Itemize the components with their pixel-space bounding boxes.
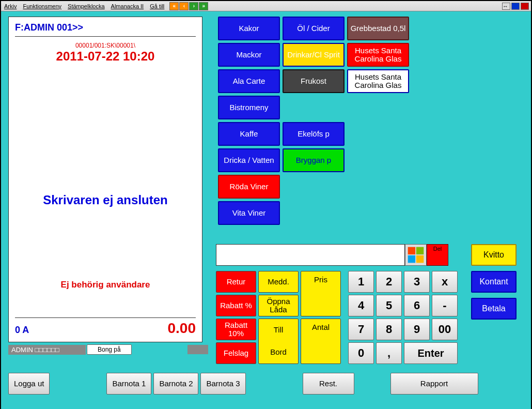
category-button[interactable]: Frukost <box>283 69 345 93</box>
rabatt-pct-button[interactable]: Rabatt % <box>216 295 256 316</box>
category-button[interactable]: Kakor <box>218 17 280 40</box>
status-indicator <box>187 345 208 354</box>
barnota-1-button[interactable]: Barnota 1 <box>106 373 151 395</box>
nav-prev-icon[interactable]: ‹ <box>179 2 189 10</box>
category-button[interactable]: Dricka / Vatten <box>218 148 280 172</box>
barnota-2-button[interactable]: Barnota 2 <box>153 373 198 395</box>
printer-warning: Skrivaren ej ansluten <box>15 193 196 207</box>
menu-arkiv[interactable]: Arkiv <box>1 2 20 10</box>
felslag-button[interactable]: Felslag <box>216 342 256 364</box>
receipt-datetime: 2011-07-22 10:20 <box>15 49 196 64</box>
svg-rect-1 <box>416 247 424 254</box>
category-button[interactable]: Kaffe <box>218 122 280 146</box>
betala-button[interactable]: Betala <box>471 298 517 320</box>
key-2[interactable]: 2 <box>376 271 402 293</box>
bong-button[interactable]: Bong på <box>87 344 132 355</box>
key-4[interactable]: 4 <box>348 295 374 316</box>
key-enter[interactable]: Enter <box>404 342 458 364</box>
category-button[interactable]: Husets Santa Carolina Glas <box>347 43 409 67</box>
category-button[interactable]: Öl / Cider <box>283 17 345 40</box>
window-resize-icon[interactable]: ↔ <box>502 3 510 10</box>
pris-button[interactable]: Pris <box>301 271 341 316</box>
receipt-code: 00001/001:SK\00001\ <box>15 42 196 49</box>
category-button[interactable]: Husets Santa Carolina Glas <box>347 69 409 93</box>
menu-stampelklocka[interactable]: Stämpelklocka <box>65 2 108 10</box>
oppna-lada-button[interactable]: Öppna Låda <box>258 295 299 316</box>
logga-ut-button[interactable]: Logga ut <box>8 373 50 395</box>
key-0[interactable]: 0 <box>348 342 374 364</box>
auth-warning: Ej behörig användare <box>15 280 196 290</box>
category-grid: KakorÖl / CiderGrebbestad 0,5lMackorDrin… <box>218 17 409 225</box>
till-label: Till <box>274 326 284 335</box>
rapport-button[interactable]: Rapport <box>390 373 478 395</box>
kvitto-button[interactable]: Kvitto <box>471 244 517 266</box>
key-5[interactable]: 5 <box>376 295 402 316</box>
category-button[interactable]: Bistromeny <box>218 96 280 119</box>
category-button[interactable]: Röda Viner <box>218 175 280 199</box>
receipt-title: F:ADMIN 001>> <box>15 22 196 33</box>
key-9[interactable]: 9 <box>404 319 430 340</box>
key-3[interactable]: 3 <box>404 271 430 293</box>
menu-gatill[interactable]: Gå till <box>147 2 167 10</box>
receipt-panel: F:ADMIN 001>> 00001/001:SK\00001\ 2011-0… <box>8 17 202 342</box>
key-1[interactable]: 1 <box>348 271 374 293</box>
key-7[interactable]: 7 <box>348 319 374 340</box>
menu-almanacka[interactable]: Almanacka II <box>108 2 147 10</box>
key-x[interactable]: x <box>432 271 458 293</box>
key-00[interactable]: 00 <box>432 319 458 340</box>
rest-button[interactable]: Rest. <box>303 373 354 395</box>
svg-rect-3 <box>416 255 424 263</box>
admin-badge: ADMIN □□□□□□ <box>8 345 86 355</box>
rabatt-10-button[interactable]: Rabatt 10% <box>216 319 256 340</box>
category-button[interactable]: Bryggan p <box>283 148 345 172</box>
menu-funktionsmeny[interactable]: Funktionsmeny <box>20 2 65 10</box>
category-button[interactable]: Drinkar/Cl Sprit <box>283 43 345 67</box>
category-button[interactable]: Mackor <box>218 43 280 67</box>
svg-rect-2 <box>408 255 415 263</box>
windows-icon[interactable] <box>405 244 427 266</box>
category-button[interactable]: Grebbestad 0,5l <box>347 17 409 40</box>
key-,[interactable]: , <box>376 342 402 364</box>
text-input[interactable] <box>216 244 405 266</box>
key--[interactable]: - <box>432 295 458 316</box>
svg-rect-0 <box>408 247 415 254</box>
receipt-footer-left: 0 A <box>15 325 29 336</box>
category-button[interactable]: Vita Viner <box>218 201 280 225</box>
key-8[interactable]: 8 <box>376 319 402 340</box>
window-close-icon[interactable] <box>521 3 529 10</box>
nav-next-icon[interactable]: › <box>189 2 198 10</box>
window-minimize-icon[interactable] <box>511 3 520 10</box>
medd-button[interactable]: Medd. <box>258 271 299 293</box>
retur-button[interactable]: Retur <box>216 271 256 293</box>
kontant-button[interactable]: Kontant <box>471 271 517 293</box>
key-6[interactable]: 6 <box>404 295 430 316</box>
nav-last-icon[interactable]: » <box>199 2 208 10</box>
till-bord-button[interactable]: Till Bord <box>258 319 299 364</box>
del-button[interactable]: Del <box>427 244 448 266</box>
menubar: Arkiv Funktionsmeny Stämpelklocka Almana… <box>1 1 531 11</box>
antal-button[interactable]: Antal <box>301 319 341 364</box>
barnota-3-button[interactable]: Barnota 3 <box>200 373 245 395</box>
nav-first-icon[interactable]: « <box>169 2 179 10</box>
numeric-keypad: 123x456-789000,Enter <box>348 271 458 364</box>
category-button[interactable]: Ala Carte <box>218 69 280 93</box>
category-button[interactable]: Ekelöfs p <box>283 122 345 146</box>
bord-label: Bord <box>270 348 287 357</box>
receipt-total: 0.00 <box>168 320 196 337</box>
